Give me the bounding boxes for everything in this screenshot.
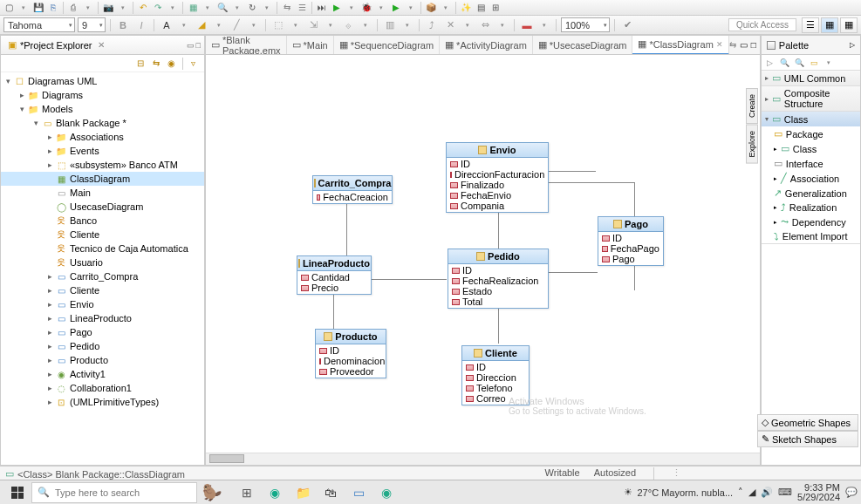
bold-button[interactable]: B xyxy=(115,17,131,33)
uml-class-pago[interactable]: Pago ID FechaPago Pago xyxy=(598,216,664,266)
spacing-button[interactable]: ⇔ xyxy=(477,17,493,33)
project-tree[interactable]: ▾☐Diagramas UML ▸📁Diagrams ▾📁Models ▾▭Bl… xyxy=(1,72,204,465)
taskview-icon[interactable]: ⊞ xyxy=(237,483,256,502)
linecolor-button[interactable]: ╱ xyxy=(229,17,244,33)
weather-text[interactable]: 27°C Mayorm. nubla... xyxy=(638,487,734,498)
tree-blank-package[interactable]: ▾▭Blank Package * xyxy=(1,116,204,130)
palette-item-realization[interactable]: ▸⤴Realization xyxy=(762,201,860,215)
start-button[interactable] xyxy=(3,481,31,504)
tree-classdiagram[interactable]: ▦ClassDiagram xyxy=(1,172,204,186)
palette-section-uml-common[interactable]: ▸▭UML Common xyxy=(762,71,860,85)
language-icon[interactable]: ⌨ xyxy=(778,487,792,498)
palette-item-generalization[interactable]: ↗Generalization xyxy=(762,186,860,201)
volume-icon[interactable]: 🔊 xyxy=(761,487,773,498)
view-menu-icon[interactable]: ▿ xyxy=(187,57,201,71)
tree-models[interactable]: ▾📁Models xyxy=(1,102,204,116)
palette-item-element-import[interactable]: ⤵Element Import xyxy=(762,229,860,243)
grid-icon[interactable]: ⊞ xyxy=(489,1,502,15)
note-icon[interactable]: ▭ xyxy=(809,57,821,69)
edge-icon[interactable]: ◉ xyxy=(265,483,284,502)
tab-usecase[interactable]: ▦*UsecaseDiagram xyxy=(533,36,633,55)
maximize-icon[interactable]: □ xyxy=(751,40,756,50)
editor-switch-icon[interactable]: ⇆ xyxy=(729,40,736,50)
notifications-icon[interactable]: 💬 xyxy=(845,487,858,498)
tree-collab[interactable]: ▸◌Collaboration1 xyxy=(1,381,204,395)
tree-root[interactable]: ▾☐Diagramas UML xyxy=(1,74,204,88)
package-icon[interactable]: 📦 xyxy=(424,1,438,15)
uml-class-carrito[interactable]: Carrito_Compra FechaCreacion xyxy=(312,175,393,204)
font-combo[interactable]: Tahoma xyxy=(3,17,75,32)
minimize-icon[interactable]: ▭ xyxy=(187,41,195,50)
tree-primtypes[interactable]: ▸⊡(UMLPrimitiveTypes) xyxy=(1,395,204,409)
fontcolor-button[interactable]: A xyxy=(159,17,174,33)
new-icon[interactable]: ▢ xyxy=(2,1,16,15)
select-all-button[interactable]: ⬚ xyxy=(270,17,286,33)
uml-class-producto[interactable]: Producto ID Denominacion Proveedor xyxy=(315,329,386,378)
tree-subsystem[interactable]: ▸⬚«subsystem» Banco ATM xyxy=(1,158,204,172)
tree-cliente[interactable]: 웃Cliente xyxy=(1,228,204,242)
tree-events[interactable]: ▸📁Events xyxy=(1,144,204,158)
close-tab-icon[interactable]: ✕ xyxy=(716,40,723,49)
camera-icon[interactable]: 📷 xyxy=(101,1,115,15)
tree-producto[interactable]: ▸▭Producto xyxy=(1,353,204,367)
cortana-icon[interactable]: 🦫 xyxy=(202,483,222,502)
refresh-icon[interactable]: ↻ xyxy=(245,1,259,15)
taskbar-search[interactable]: 🔍 xyxy=(31,482,197,503)
save-icon[interactable]: 💾 xyxy=(31,1,45,15)
doc-icon[interactable]: ▤ xyxy=(474,1,488,15)
tree-pago[interactable]: ▸▭Pago xyxy=(1,325,204,339)
clock[interactable]: 9:33 PM 5/29/2024 xyxy=(797,483,840,502)
quick-access-input[interactable]: Quick Access xyxy=(728,18,796,31)
hide-button[interactable]: ▬ xyxy=(519,17,535,33)
tree-envio[interactable]: ▸▭Envio xyxy=(1,297,204,311)
weather-widget[interactable]: ☀ xyxy=(624,487,632,498)
print-icon[interactable]: ⎙ xyxy=(66,1,80,15)
zoom-out-icon[interactable]: 🔍 xyxy=(794,57,806,69)
save-all-icon[interactable]: ⎘ xyxy=(46,1,60,15)
tree-carrito[interactable]: ▸▭Carrito_Compra xyxy=(1,269,204,283)
uml-class-envio[interactable]: Envio ID DireccionFacturacion Finalizado… xyxy=(446,142,549,213)
minimize-icon[interactable]: ▭ xyxy=(740,40,748,50)
zoom-in-icon[interactable]: 🔍 xyxy=(779,57,791,69)
search-input[interactable] xyxy=(55,487,191,498)
tree-usuario[interactable]: 웃Usuario xyxy=(1,255,204,269)
run-icon[interactable]: ▶ xyxy=(389,1,403,15)
tree-usecase[interactable]: ◯UsecaseDiagram xyxy=(1,200,204,214)
tab-blank-package[interactable]: ▭*Blank Package.emx xyxy=(206,36,287,55)
tab-classdiagram[interactable]: ▦*ClassDiagram✕ xyxy=(632,36,728,55)
nav-icon[interactable]: ☰ xyxy=(295,1,309,15)
wand-icon[interactable]: ✨ xyxy=(459,1,473,15)
new-dropdown[interactable] xyxy=(17,1,31,15)
tree-activity[interactable]: ▸◉Activity1 xyxy=(1,367,204,381)
uml-class-linea[interactable]: LineaProducto Cantidad Precio xyxy=(297,255,372,295)
tree-tecnico[interactable]: 웃Tecnico de Caja Automatica xyxy=(1,242,204,255)
italic-button[interactable]: I xyxy=(133,17,149,33)
horizontal-scrollbar[interactable] xyxy=(206,453,760,465)
router-button[interactable]: ⤴ xyxy=(424,17,440,33)
perspective-uml-button[interactable]: ▦ xyxy=(821,17,838,33)
diagram-canvas[interactable]: Envio ID DireccionFacturacion Finalizado… xyxy=(206,55,760,453)
skip-icon[interactable]: ⏭ xyxy=(315,1,329,15)
align-button[interactable]: ▥ xyxy=(382,17,398,33)
palette-section-sketch[interactable]: ✎Sketch Shapes xyxy=(757,431,858,447)
tray-chevron-icon[interactable]: ˄ xyxy=(738,487,743,498)
palette-item-interface[interactable]: ▭Interface xyxy=(762,156,860,171)
validate-button[interactable]: ✔ xyxy=(619,17,635,33)
uml-class-pedido[interactable]: Pedido ID FechaRealizacion Estado Total xyxy=(448,249,549,309)
palette-item-association[interactable]: ▸╱Association xyxy=(762,171,860,186)
palette-title[interactable]: Palette▷ xyxy=(762,36,860,55)
palette-section-geometric[interactable]: ◇Geometric Shapes xyxy=(757,414,858,431)
tab-main[interactable]: ▭*Main xyxy=(287,36,334,55)
autosize-button[interactable]: ⟐ xyxy=(340,17,356,33)
tab-sequence[interactable]: ▦*SequenceDiagram xyxy=(334,36,440,55)
sidetab-explore[interactable]: Explore xyxy=(746,125,758,164)
tree-associations[interactable]: ▸📁Associations xyxy=(1,130,204,144)
pointer-icon[interactable]: ▷ xyxy=(764,57,776,69)
store-icon[interactable]: 🛍 xyxy=(321,483,340,502)
link-editor-icon[interactable]: ⇆ xyxy=(149,57,163,71)
uml-class-cliente[interactable]: Cliente ID Direccion Telefono Correo xyxy=(461,345,530,405)
tree-banco[interactable]: 웃Banco xyxy=(1,214,204,228)
wifi-icon[interactable]: ◢ xyxy=(748,487,755,498)
tab-activity[interactable]: ▦*ActivityDiagram xyxy=(440,36,533,55)
debug-icon[interactable]: 🐞 xyxy=(359,1,373,15)
